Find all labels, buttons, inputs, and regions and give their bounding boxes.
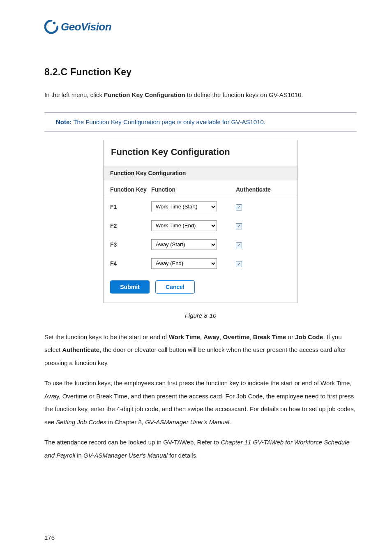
panel-title: Function Key Configuration (104, 140, 297, 166)
p1-c3: , (249, 333, 253, 340)
function-select-f1[interactable]: Work Time (Start) (151, 201, 217, 212)
intro-text-a: In the left menu, click (44, 91, 104, 98)
p2-i1: Setting Job Codes (56, 419, 106, 426)
logo-text: GeoVision (61, 21, 111, 33)
header-function-key: Function Key (110, 186, 151, 193)
divider (44, 131, 357, 132)
body-paragraph-3: The attendance record can be looked up i… (44, 436, 357, 462)
p1-b3: Overtime (223, 333, 249, 340)
function-select-f2[interactable]: Work Time (End) (151, 220, 217, 231)
p1-c1: , (200, 333, 203, 340)
p2-t3: . (229, 419, 231, 426)
body-paragraph-1: Set the function keys to be the start or… (44, 331, 357, 370)
table-header-row: Function Key Function Authenticate (104, 180, 297, 197)
row-key-label: F4 (110, 260, 151, 267)
brand-logo: GeoVision (44, 20, 357, 34)
p1-b6: Authenticate (62, 346, 99, 353)
logo-mark-icon (44, 20, 58, 34)
authenticate-checkbox-f2[interactable]: ✓ (236, 223, 242, 229)
p1-c4: or (286, 333, 295, 340)
table-row: F3 Away (Start) ✓ (104, 235, 297, 254)
figure-caption: Figure 8-10 (44, 312, 357, 319)
row-key-label: F3 (110, 241, 151, 248)
function-select-f3[interactable]: Away (Start) (151, 239, 217, 250)
header-function: Function (151, 186, 236, 193)
submit-button[interactable]: Submit (110, 280, 150, 294)
cancel-button[interactable]: Cancel (155, 280, 195, 294)
note-body: The Function Key Configuration page is o… (71, 118, 265, 125)
body-paragraph-2: To use the function keys, the employees … (44, 377, 357, 428)
p1-b2: Away (203, 333, 219, 340)
p2-t2: in Chapter 8, (106, 419, 145, 426)
row-key-label: F2 (110, 222, 151, 229)
section-heading: 8.2.C Function Key (44, 67, 357, 78)
note-block: Note: The Function Key Configuration pag… (44, 112, 357, 132)
intro-paragraph: In the left menu, click Function Key Con… (44, 88, 357, 102)
p1-b5: Job Code (295, 333, 323, 340)
p1-b4: Break Time (253, 333, 286, 340)
row-key-label: F1 (110, 204, 151, 210)
header-authenticate: Authenticate (236, 186, 271, 193)
table-row: F4 Away (End) ✓ (104, 254, 297, 273)
p2-i2: GV-ASManager User's Manual (145, 419, 229, 426)
table-row: F2 Work Time (End) ✓ (104, 216, 297, 235)
table-row: F1 Work Time (Start) ✓ (104, 197, 297, 216)
panel-subtitle: Function Key Configuration (104, 166, 297, 180)
svg-point-0 (53, 22, 55, 24)
p1-b1: Work Time (169, 333, 200, 340)
p3-t2: in (75, 452, 83, 459)
authenticate-checkbox-f4[interactable]: ✓ (236, 261, 242, 267)
note-label: Note: (56, 118, 71, 125)
function-select-f4[interactable]: Away (End) (151, 258, 217, 269)
intro-text-c: to define the function keys on GV-AS1010… (185, 91, 303, 98)
p3-i2: GV-ASManager User's Manual (83, 452, 168, 459)
intro-bold: Function Key Configuration (104, 91, 185, 98)
p1-t1: Set the function keys to be the start or… (44, 333, 169, 340)
page-number: 176 (44, 534, 55, 541)
p3-t1: The attendance record can be looked up i… (44, 439, 221, 446)
p3-t3: for details. (168, 452, 198, 459)
authenticate-checkbox-f3[interactable]: ✓ (236, 242, 242, 248)
authenticate-checkbox-f1[interactable]: ✓ (236, 204, 242, 210)
config-panel: Function Key Configuration Function Key … (103, 140, 298, 303)
